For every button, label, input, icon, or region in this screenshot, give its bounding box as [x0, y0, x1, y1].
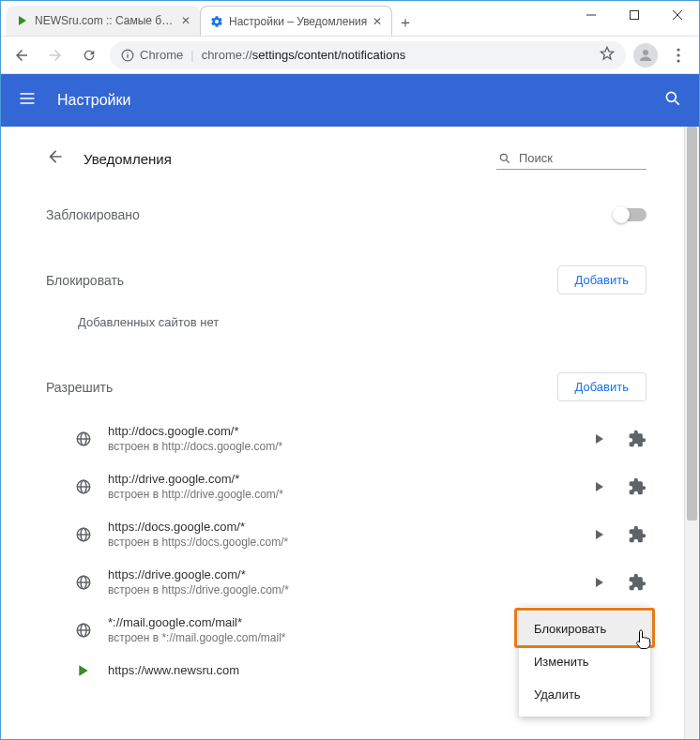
globe-icon [74, 574, 93, 591]
titlebar: NEWSru.com :: Самые быстрые ✕ Настройки … [1, 1, 699, 37]
svg-point-9 [677, 48, 679, 51]
site-row[interactable]: https://docs.google.com/* встроен в http… [74, 510, 647, 558]
extension-icon[interactable] [628, 573, 647, 592]
new-tab-button[interactable]: ＋ [392, 9, 418, 36]
search-placeholder: Поиск [519, 151, 553, 165]
reload-button[interactable] [76, 42, 102, 68]
context-item-edit[interactable]: Изменить [519, 645, 650, 678]
block-section-title: Блокировать [46, 273, 124, 288]
bookmark-star-icon[interactable] [600, 46, 615, 64]
svg-point-6 [127, 52, 128, 53]
svg-point-8 [643, 50, 648, 55]
svg-point-14 [500, 154, 507, 160]
site-url: http://docs.google.com/* [108, 424, 575, 438]
favicon-newsru [16, 14, 29, 27]
globe-icon [74, 430, 93, 447]
tab-label: Настройки – Уведомления [229, 15, 367, 28]
site-url: https://drive.google.com/* [108, 567, 575, 581]
chrome-menu-button[interactable] [665, 48, 692, 63]
site-sub: встроен в http://drive.google.com/* [108, 488, 575, 501]
site-actions [590, 430, 647, 448]
svg-line-15 [507, 159, 510, 162]
extension-icon[interactable] [628, 430, 647, 448]
svg-point-10 [677, 53, 679, 56]
site-row[interactable]: http://drive.google.com/* встроен в http… [74, 462, 647, 510]
block-empty-text: Добавленных сайтов нет [78, 315, 647, 329]
page-title: Уведомления [84, 151, 172, 167]
close-icon[interactable]: ✕ [373, 15, 382, 28]
site-url: *://mail.google.com/mail* [108, 615, 575, 629]
globe-icon [74, 526, 93, 543]
site-url: https://docs.google.com/* [108, 520, 575, 534]
search-icon[interactable] [663, 89, 682, 112]
site-sub: встроен в *://mail.google.com/mail* [108, 631, 575, 644]
browser-toolbar: Chrome | chrome://settings/content/notif… [1, 37, 699, 74]
site-actions [590, 477, 647, 496]
minimize-button[interactable] [570, 1, 613, 29]
tab-strip: NEWSru.com :: Самые быстрые ✕ Настройки … [1, 1, 418, 36]
extension-icon[interactable] [628, 525, 647, 544]
context-item-delete[interactable]: Удалить [519, 678, 650, 711]
svg-line-13 [676, 101, 679, 105]
secure-label: Chrome [140, 48, 183, 62]
maximize-button[interactable] [613, 1, 656, 29]
svg-marker-23 [596, 482, 603, 491]
back-button[interactable] [8, 42, 35, 68]
add-block-button[interactable]: Добавить [557, 265, 647, 294]
tab-label: NEWSru.com :: Самые быстрые [35, 14, 175, 27]
svg-marker-36 [79, 665, 87, 676]
profile-avatar[interactable] [633, 43, 658, 68]
add-allow-button[interactable]: Добавить [557, 372, 647, 401]
site-favicon [74, 664, 93, 677]
svg-point-12 [666, 92, 676, 101]
site-sub: встроен в https://docs.google.com/* [108, 536, 575, 549]
svg-marker-27 [596, 530, 603, 539]
site-row[interactable]: https://drive.google.com/* встроен в htt… [74, 558, 647, 606]
svg-marker-31 [596, 578, 603, 587]
url-text: chrome://settings/content/notifications [202, 48, 406, 62]
tab-settings[interactable]: Настройки – Уведомления ✕ [200, 6, 392, 36]
site-sub: встроен в http://docs.google.com/* [108, 440, 575, 453]
context-menu: Блокировать Изменить Удалить [519, 607, 650, 717]
details-arrow-icon[interactable] [590, 530, 609, 539]
menu-icon[interactable] [18, 89, 37, 112]
details-arrow-icon[interactable] [590, 434, 609, 444]
site-sub: встроен в https://drive.google.com/* [108, 583, 575, 597]
tab-newsru[interactable]: NEWSru.com :: Самые быстрые ✕ [7, 6, 200, 36]
svg-point-11 [677, 59, 679, 62]
settings-header: Настройки [1, 74, 699, 127]
content-search-input[interactable]: Поиск [496, 147, 647, 170]
window-controls [570, 1, 699, 29]
context-item-block[interactable]: Блокировать [519, 612, 650, 645]
back-arrow-icon[interactable] [46, 147, 65, 170]
address-bar[interactable]: Chrome | chrome://settings/content/notif… [110, 41, 626, 69]
details-arrow-icon[interactable] [590, 482, 609, 491]
blocked-label: Заблокировано [46, 207, 140, 222]
site-url: http://drive.google.com/* [108, 472, 575, 486]
allow-section-title: Разрешить [46, 380, 113, 395]
svg-marker-0 [19, 16, 26, 25]
extension-icon[interactable] [628, 477, 647, 496]
site-actions [590, 525, 647, 544]
svg-rect-2 [631, 11, 639, 20]
site-actions [590, 573, 647, 592]
svg-marker-19 [596, 434, 603, 444]
scrollbar-thumb[interactable] [687, 127, 697, 521]
site-info-icon[interactable]: Chrome [121, 48, 183, 62]
close-icon[interactable]: ✕ [181, 14, 190, 27]
svg-rect-7 [127, 53, 128, 57]
site-row[interactable]: http://docs.google.com/* встроен в http:… [74, 415, 647, 462]
settings-title: Настройки [57, 92, 130, 109]
forward-button[interactable] [42, 42, 68, 68]
blocked-toggle[interactable] [615, 208, 647, 221]
scrollbar[interactable] [684, 127, 699, 739]
globe-icon [74, 478, 93, 495]
globe-icon [74, 622, 93, 639]
details-arrow-icon[interactable] [590, 578, 609, 587]
favicon-settings [210, 15, 223, 28]
close-window-button[interactable] [656, 1, 699, 29]
